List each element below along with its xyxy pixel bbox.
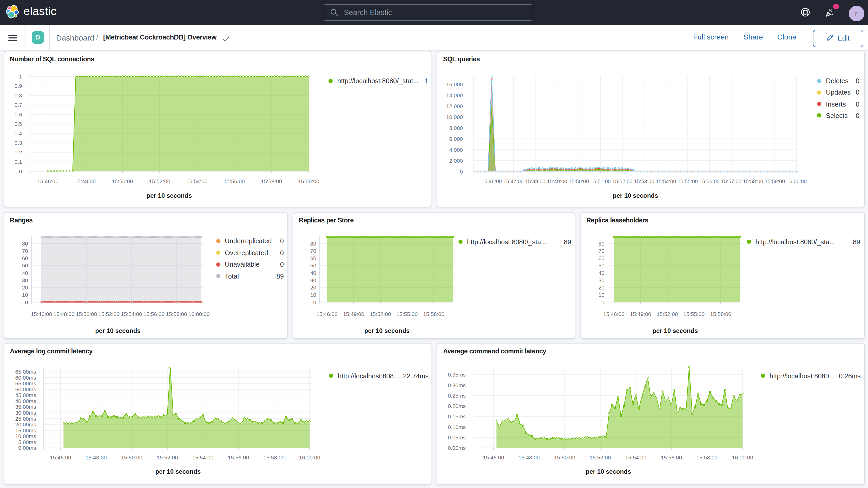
- svg-text:0.5: 0.5: [14, 121, 22, 126]
- svg-text:15:49:00: 15:49:00: [547, 178, 567, 184]
- svg-text:0.2: 0.2: [14, 149, 22, 155]
- svg-text:60: 60: [22, 255, 28, 261]
- svg-text:per 10 seconds: per 10 seconds: [652, 327, 698, 334]
- svg-text:40: 40: [22, 270, 28, 276]
- svg-text:40: 40: [310, 270, 316, 276]
- svg-text:50: 50: [598, 263, 604, 268]
- svg-text:15:57:00: 15:57:00: [721, 178, 741, 184]
- svg-text:15:55:00: 15:55:00: [683, 311, 704, 317]
- svg-text:15:50:00: 15:50:00: [569, 178, 589, 184]
- svg-text:15:58:00: 15:58:00: [696, 455, 718, 460]
- svg-text:15:50:00: 15:50:00: [75, 311, 97, 317]
- svg-text:15:54:00: 15:54:00: [186, 178, 207, 184]
- svg-text:0.10ms: 0.10ms: [448, 424, 466, 430]
- svg-text:15:55:00: 15:55:00: [678, 178, 698, 184]
- svg-text:40: 40: [598, 270, 604, 276]
- svg-text:15:54:00: 15:54:00: [625, 455, 647, 460]
- svg-text:15:48:00: 15:48:00: [53, 311, 74, 317]
- svg-text:15:56:00: 15:56:00: [228, 455, 249, 460]
- svg-text:15:46:00: 15:46:00: [31, 311, 52, 317]
- svg-text:15:50:00: 15:50:00: [554, 455, 576, 460]
- svg-text:0.7: 0.7: [14, 101, 22, 108]
- svg-text:15:47:00: 15:47:00: [503, 178, 524, 184]
- svg-text:0.00ms: 0.00ms: [448, 445, 466, 451]
- svg-text:12,000: 12,000: [446, 103, 463, 109]
- svg-text:15:52:00: 15:52:00: [98, 311, 119, 317]
- svg-text:70: 70: [310, 248, 316, 254]
- svg-text:15:53:00: 15:53:00: [634, 178, 654, 184]
- svg-text:0: 0: [19, 168, 22, 174]
- svg-text:80: 80: [22, 241, 28, 247]
- svg-text:10: 10: [22, 292, 28, 298]
- svg-text:15:58:00: 15:58:00: [423, 311, 444, 317]
- svg-text:0.05ms: 0.05ms: [448, 434, 466, 440]
- svg-text:16:00:00: 16:00:00: [299, 455, 320, 460]
- svg-text:15:48:00: 15:48:00: [525, 178, 546, 184]
- svg-text:15:50:00: 15:50:00: [112, 178, 133, 184]
- svg-text:15:46:00: 15:46:00: [483, 455, 504, 460]
- svg-text:0: 0: [313, 299, 316, 305]
- svg-text:16,000: 16,000: [446, 81, 463, 87]
- svg-text:60: 60: [310, 255, 316, 261]
- svg-text:per 10 seconds: per 10 seconds: [146, 192, 192, 199]
- svg-text:15:52:00: 15:52:00: [156, 455, 178, 460]
- svg-text:15:49:00: 15:49:00: [630, 311, 651, 317]
- svg-text:60.00ms: 60.00ms: [15, 375, 36, 381]
- svg-text:20: 20: [310, 284, 316, 291]
- svg-text:15:46:00: 15:46:00: [37, 178, 58, 184]
- svg-text:15:58:00: 15:58:00: [710, 311, 731, 317]
- svg-text:14,000: 14,000: [446, 92, 463, 98]
- svg-text:0.4: 0.4: [14, 130, 22, 136]
- svg-text:15:46:00: 15:46:00: [603, 311, 624, 317]
- svg-text:5.00ms: 5.00ms: [18, 439, 36, 445]
- svg-text:15:58:00: 15:58:00: [165, 311, 187, 317]
- svg-text:65.00ms: 65.00ms: [15, 369, 36, 375]
- svg-text:15:52:00: 15:52:00: [612, 178, 632, 184]
- svg-text:10,000: 10,000: [446, 114, 463, 120]
- svg-text:45.00ms: 45.00ms: [15, 392, 36, 398]
- svg-text:80: 80: [310, 241, 316, 247]
- svg-text:15:48:00: 15:48:00: [85, 455, 106, 460]
- svg-text:8,000: 8,000: [449, 125, 463, 131]
- svg-text:15:46:00: 15:46:00: [50, 455, 71, 460]
- svg-text:15:58:00: 15:58:00: [263, 455, 285, 460]
- svg-text:15:56:00: 15:56:00: [699, 178, 720, 184]
- svg-text:70: 70: [598, 248, 604, 254]
- svg-text:15.00ms: 15.00ms: [15, 427, 36, 433]
- svg-text:0.20ms: 0.20ms: [448, 403, 466, 409]
- svg-text:per 10 seconds: per 10 seconds: [95, 327, 140, 334]
- svg-text:20: 20: [598, 284, 604, 291]
- svg-text:0: 0: [460, 169, 463, 174]
- svg-text:35.00ms: 35.00ms: [15, 404, 36, 410]
- svg-text:0.30ms: 0.30ms: [448, 382, 466, 388]
- svg-text:0.35ms: 0.35ms: [448, 372, 466, 377]
- svg-text:15:52:00: 15:52:00: [370, 311, 391, 317]
- svg-text:0: 0: [25, 299, 28, 305]
- svg-text:25.00ms: 25.00ms: [15, 416, 36, 422]
- svg-text:0.9: 0.9: [14, 83, 22, 89]
- svg-text:30: 30: [310, 277, 316, 283]
- svg-text:15:56:00: 15:56:00: [223, 178, 245, 184]
- svg-text:0.15ms: 0.15ms: [448, 414, 466, 419]
- svg-text:10: 10: [598, 292, 604, 298]
- svg-text:4,000: 4,000: [449, 147, 463, 153]
- svg-text:10: 10: [310, 292, 316, 298]
- svg-text:20: 20: [22, 284, 28, 291]
- svg-text:15:59:00: 15:59:00: [765, 178, 785, 184]
- svg-text:0.8: 0.8: [14, 92, 22, 98]
- svg-text:40.00ms: 40.00ms: [15, 398, 36, 404]
- svg-text:0.6: 0.6: [14, 111, 22, 117]
- svg-text:20.00ms: 20.00ms: [15, 422, 36, 427]
- svg-text:15:56:00: 15:56:00: [143, 311, 164, 317]
- svg-text:0.3: 0.3: [14, 140, 22, 146]
- svg-text:16:00:00: 16:00:00: [786, 178, 807, 184]
- svg-text:per 10 seconds: per 10 seconds: [586, 468, 631, 475]
- svg-text:30: 30: [22, 277, 28, 283]
- svg-text:15:50:00: 15:50:00: [121, 455, 142, 460]
- svg-text:2,000: 2,000: [449, 157, 463, 163]
- svg-text:15:58:00: 15:58:00: [743, 178, 763, 184]
- svg-text:30.00ms: 30.00ms: [15, 410, 36, 416]
- svg-text:50.00ms: 50.00ms: [15, 387, 36, 392]
- svg-text:15:58:00: 15:58:00: [261, 178, 282, 184]
- svg-text:16:00:00: 16:00:00: [732, 455, 753, 460]
